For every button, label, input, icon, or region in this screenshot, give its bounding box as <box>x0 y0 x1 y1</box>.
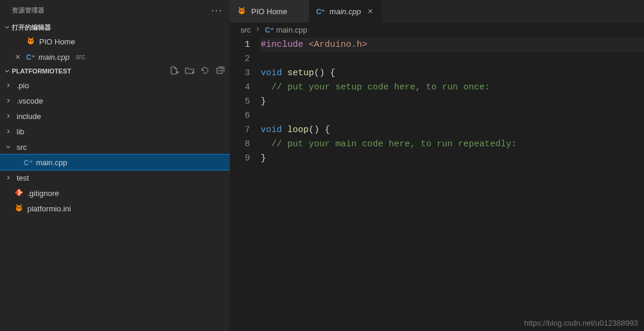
tree-label: main.cpp <box>36 158 68 167</box>
file-icon <box>14 188 24 199</box>
tree-folder[interactable]: .vscode <box>0 93 230 108</box>
svg-point-8 <box>17 207 18 208</box>
tree-folder[interactable]: src <box>0 139 230 155</box>
tree-folder[interactable]: .pio <box>0 78 230 93</box>
chevron-right-icon <box>254 25 261 34</box>
close-icon[interactable] <box>366 7 375 16</box>
code-line[interactable]: // put your setup code here, to run once… <box>261 81 644 95</box>
code-line[interactable]: void loop() { <box>261 123 644 137</box>
file-icon <box>237 6 246 17</box>
file-icon: C⁺ <box>24 158 33 167</box>
tab-label: PIO Home <box>251 7 287 16</box>
chevron-right-icon <box>4 96 13 105</box>
code-line[interactable]: #include <Arduino.h> <box>261 38 644 52</box>
chevron-down-icon <box>4 142 13 152</box>
tab-bar: PIO HomeC⁺main.cpp <box>230 0 644 23</box>
editor-area: PIO HomeC⁺main.cpp srcC⁺main.cpp 1234567… <box>230 0 644 331</box>
tree-folder[interactable]: lib <box>0 124 230 139</box>
new-file-icon[interactable] <box>169 66 179 76</box>
more-actions-icon[interactable]: ··· <box>212 5 223 16</box>
svg-point-1 <box>29 40 30 41</box>
editor-dir: src <box>75 53 85 61</box>
breadcrumb[interactable]: srcC⁺main.cpp <box>230 23 644 37</box>
tree-file[interactable]: C⁺main.cpp <box>0 155 230 170</box>
open-editors-list: PIO HomeC⁺main.cppsrc <box>0 34 230 65</box>
chevron-right-icon <box>4 127 13 136</box>
breadcrumb-item[interactable]: C⁺main.cpp <box>265 25 307 34</box>
tree-label: src <box>17 143 27 152</box>
collapse-all-icon[interactable] <box>216 66 225 76</box>
tree-folder[interactable]: test <box>0 170 230 185</box>
breadcrumb-item[interactable]: src <box>241 25 251 34</box>
open-editor-item[interactable]: PIO Home <box>0 34 230 49</box>
explorer-sidebar: 资源管理器 ··· 打开的编辑器 PIO HomeC⁺main.cppsrc P… <box>0 0 230 331</box>
editor-label: PIO Home <box>39 37 75 46</box>
close-icon[interactable] <box>13 53 23 60</box>
tree-label: .vscode <box>17 97 43 105</box>
explorer-title-row: 资源管理器 ··· <box>0 0 230 21</box>
svg-point-2 <box>31 40 33 41</box>
code-editor[interactable]: 123456789 #include <Arduino.h>void setup… <box>230 37 644 331</box>
editor-label: main.cpp <box>39 53 70 62</box>
code-line[interactable]: void setup() { <box>261 66 644 81</box>
chevron-right-icon <box>4 111 13 121</box>
code-line[interactable]: // put your main code here, to run repea… <box>261 137 644 152</box>
svg-point-9 <box>20 207 21 208</box>
project-actions <box>169 66 225 76</box>
svg-point-10 <box>239 8 245 14</box>
tab[interactable]: PIO Home <box>230 0 309 23</box>
explorer-title: 资源管理器 <box>12 6 44 15</box>
svg-point-12 <box>242 9 243 11</box>
tree-label: .gitignore <box>27 189 59 198</box>
tree-file[interactable]: platformio.ini <box>0 201 230 216</box>
chevron-right-icon <box>4 173 13 182</box>
file-icon: C⁺ <box>265 25 274 34</box>
open-editors-header[interactable]: 打开的编辑器 <box>0 21 230 34</box>
chevron-right-icon <box>4 81 13 90</box>
tree-label: include <box>17 112 41 121</box>
tree-file[interactable]: .gitignore <box>0 185 230 201</box>
tab[interactable]: C⁺main.cpp <box>309 0 383 23</box>
svg-point-11 <box>240 9 241 11</box>
watermark-text: https://blog.csdn.net/u012388993 <box>524 319 638 327</box>
tree-folder[interactable]: include <box>0 108 230 124</box>
file-icon: C⁺ <box>26 53 35 62</box>
svg-point-0 <box>28 38 34 44</box>
chevron-down-icon <box>2 66 12 76</box>
line-gutter: 123456789 <box>230 38 261 331</box>
code-line[interactable] <box>261 52 644 66</box>
tab-label: main.cpp <box>329 7 361 16</box>
tree-label: .pio <box>17 81 29 90</box>
new-folder-icon[interactable] <box>185 66 194 76</box>
chevron-down-icon <box>2 23 12 32</box>
file-icon: C⁺ <box>316 7 325 16</box>
svg-point-7 <box>16 205 22 211</box>
tree-label: lib <box>17 127 24 136</box>
refresh-icon[interactable] <box>200 66 210 76</box>
tree-label: test <box>17 173 29 182</box>
code-content[interactable]: #include <Arduino.h>void setup() { // pu… <box>261 38 644 331</box>
code-line[interactable]: } <box>261 152 644 166</box>
project-header[interactable]: PLATFORMIOTEST <box>0 65 230 78</box>
code-line[interactable]: } <box>261 95 644 109</box>
tree-label: platformio.ini <box>27 204 71 213</box>
open-editor-item[interactable]: C⁺main.cppsrc <box>0 49 230 65</box>
file-tree: .pio.vscodeincludelibsrcC⁺main.cpptest.g… <box>0 78 230 216</box>
code-line[interactable] <box>261 109 644 123</box>
file-icon <box>14 203 24 214</box>
file-icon <box>26 36 36 47</box>
